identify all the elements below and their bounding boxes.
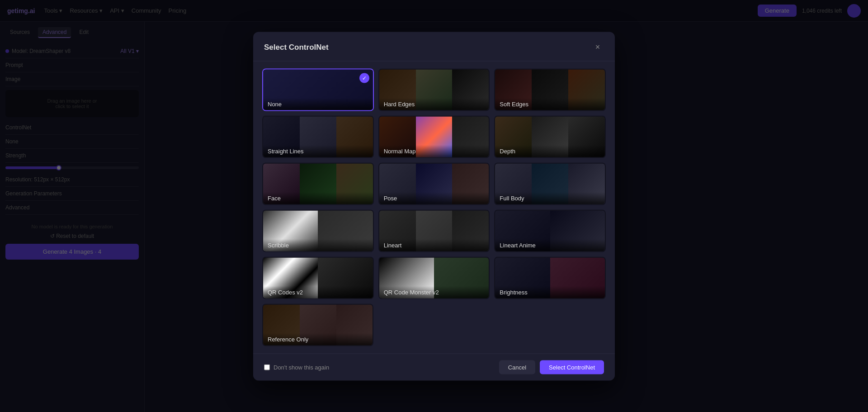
dont-show-checkbox[interactable] (264, 364, 270, 370)
option-straight-lines[interactable]: Straight Lines (262, 115, 374, 158)
grid-row-5: QR Codes v2 QR Code Monster v2 (262, 256, 606, 299)
controlnet-grid: ✓ None Hard Edges (253, 61, 615, 353)
modal-header: Select ControlNet × (253, 32, 615, 61)
empty-space (378, 303, 606, 346)
grid-row-3: Face Pose (262, 162, 606, 205)
modal-footer: Don't show this again Cancel Select Cont… (253, 353, 615, 380)
qr-code-monster-v2-label: QR Code Monster v2 (379, 286, 489, 298)
option-lineart[interactable]: Lineart (378, 209, 490, 252)
option-pose[interactable]: Pose (378, 162, 490, 205)
reference-only-label: Reference Only (263, 333, 373, 345)
dont-show-section: Don't show this again (264, 364, 329, 370)
option-depth[interactable]: Depth (494, 115, 606, 158)
option-brightness[interactable]: Brightness (494, 256, 606, 299)
footer-buttons: Cancel Select ControlNet (499, 360, 604, 374)
grid-row-6: Reference Only (262, 303, 606, 346)
soft-edges-label: Soft Edges (495, 98, 605, 110)
scribble-label: Scribble (263, 239, 373, 251)
option-normal-map[interactable]: Normal Map (378, 115, 490, 158)
straight-lines-label: Straight Lines (263, 145, 373, 157)
normal-map-label: Normal Map (379, 145, 489, 157)
option-hard-edges[interactable]: Hard Edges (378, 68, 490, 111)
app-background: getimg.ai Tools ▾ Resources ▾ API ▾ Comm… (0, 0, 868, 412)
lineart-anime-label: Lineart Anime (495, 239, 605, 251)
grid-row-4: Scribble Lineart (262, 209, 606, 252)
qr-codes-v2-label: QR Codes v2 (263, 286, 373, 298)
full-body-label: Full Body (495, 192, 605, 204)
depth-label: Depth (495, 145, 605, 157)
grid-row-2: Straight Lines Normal Map (262, 115, 606, 158)
select-controlnet-button[interactable]: Select ControlNet (540, 360, 604, 374)
option-soft-edges[interactable]: Soft Edges (494, 68, 606, 111)
dont-show-label: Don't show this again (274, 364, 329, 370)
option-full-body[interactable]: Full Body (494, 162, 606, 205)
face-label: Face (263, 192, 373, 204)
option-lineart-anime[interactable]: Lineart Anime (494, 209, 606, 252)
cancel-button[interactable]: Cancel (499, 360, 535, 374)
selected-check-icon: ✓ (359, 73, 369, 83)
none-label: None (263, 98, 373, 110)
option-qr-codes-v2[interactable]: QR Codes v2 (262, 256, 374, 299)
option-none[interactable]: ✓ None (262, 68, 374, 111)
option-face[interactable]: Face (262, 162, 374, 205)
grid-row-1: ✓ None Hard Edges (262, 68, 606, 111)
hard-edges-label: Hard Edges (379, 98, 489, 110)
controlnet-modal: Select ControlNet × ✓ None (253, 32, 615, 380)
option-scribble[interactable]: Scribble (262, 209, 374, 252)
modal-close-button[interactable]: × (591, 41, 604, 53)
option-qr-code-monster-v2[interactable]: QR Code Monster v2 (378, 256, 490, 299)
modal-title: Select ControlNet (264, 43, 329, 52)
pose-label: Pose (379, 192, 489, 204)
lineart-label: Lineart (379, 239, 489, 251)
brightness-label: Brightness (495, 286, 605, 298)
option-reference-only[interactable]: Reference Only (262, 303, 373, 346)
